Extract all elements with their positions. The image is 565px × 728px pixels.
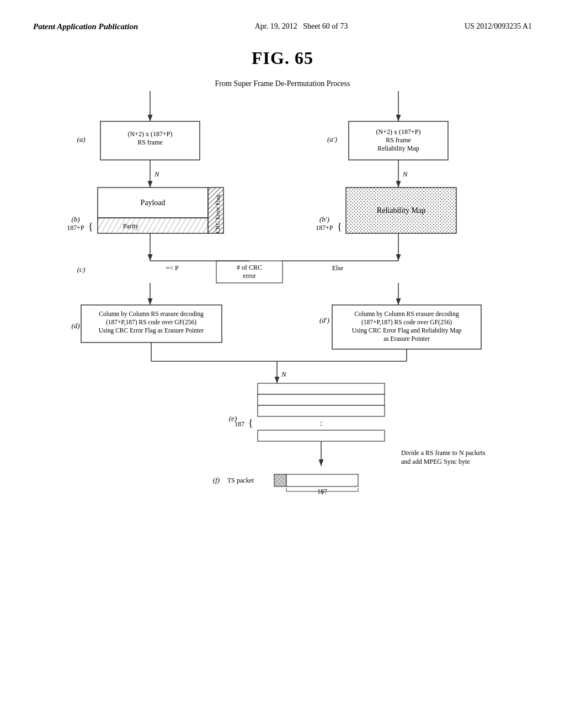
- svg-text:(d'): (d'): [319, 316, 329, 324]
- svg-text:N: N: [281, 370, 287, 378]
- publication-date: Apr. 19, 2012: [255, 22, 297, 30]
- svg-text:N: N: [402, 170, 408, 178]
- svg-text:error: error: [243, 272, 255, 280]
- svg-text:(a): (a): [77, 135, 85, 143]
- svg-text:RS frame: RS frame: [137, 138, 163, 146]
- svg-rect-70: [258, 405, 385, 416]
- svg-text:{: {: [88, 221, 93, 232]
- svg-text:Column by Column RS erasure de: Column by Column RS erasure decoding: [99, 311, 204, 318]
- svg-text:Else: Else: [332, 264, 344, 272]
- svg-rect-72: [258, 430, 385, 441]
- sheet-info: Sheet 60 of 73: [303, 22, 348, 30]
- svg-text:N: N: [154, 170, 160, 178]
- header: Patent Application Publication Apr. 19, …: [33, 22, 532, 31]
- svg-text:RS frame: RS frame: [386, 136, 411, 144]
- figure-title: FIG. 65: [33, 48, 532, 68]
- svg-text:(187+P,187) RS code over GF(25: (187+P,187) RS code over GF(256): [361, 319, 452, 326]
- svg-text:Payload: Payload: [140, 199, 165, 207]
- diagram-svg: (N+2) x (187+P) RS frame (a) (N+2) x (18…: [45, 91, 520, 598]
- svg-rect-78: [274, 474, 286, 486]
- svg-text:{: {: [337, 221, 342, 232]
- svg-text:Parity: Parity: [123, 222, 139, 230]
- svg-text:187+P: 187+P: [316, 224, 333, 232]
- svg-text:(d): (d): [71, 322, 79, 330]
- svg-text:187: 187: [234, 420, 244, 428]
- header-center: Apr. 19, 2012 Sheet 60 of 73: [255, 22, 348, 31]
- publication-title: Patent Application Publication: [33, 22, 138, 31]
- svg-text:as Erasure Pointer: as Erasure Pointer: [383, 335, 430, 342]
- svg-text:(187+P,187) RS code over GF(25: (187+P,187) RS code over GF(256): [106, 319, 196, 326]
- svg-text:(N+2) x (187+P): (N+2) x (187+P): [376, 128, 421, 136]
- header-right: US 2012/0093235 A1: [465, 22, 532, 31]
- svg-text:(N+2) x (187+P): (N+2) x (187+P): [128, 130, 173, 138]
- svg-text:(b'): (b'): [319, 215, 329, 223]
- svg-rect-69: [258, 394, 385, 405]
- svg-text:Reliability Map: Reliability Map: [377, 144, 419, 152]
- svg-text:Using CRC Error Flag and Relia: Using CRC Error Flag and Reliability Map: [352, 327, 462, 334]
- svg-text:Divide a RS frame to N packets: Divide a RS frame to N packets: [401, 449, 486, 457]
- svg-text:(c): (c): [77, 265, 85, 274]
- svg-text:(b): (b): [71, 215, 79, 223]
- svg-rect-28: [98, 218, 208, 233]
- svg-text:Using CRC Error Flag as Erasur: Using CRC Error Flag as Erasure Pointer: [99, 327, 204, 334]
- svg-text:Reliability Map: Reliability Map: [377, 206, 425, 215]
- svg-text:=< P: =< P: [166, 264, 179, 272]
- from-label: From Super Frame De-Permutation Process: [33, 79, 532, 88]
- svg-text:# of CRC: # of CRC: [237, 264, 262, 271]
- svg-text::: :: [320, 419, 322, 427]
- svg-text:(f): (f): [213, 476, 220, 484]
- svg-rect-68: [258, 383, 385, 394]
- patent-number: US 2012/0093235 A1: [465, 22, 532, 30]
- svg-rect-79: [286, 474, 358, 486]
- header-left: Patent Application Publication: [33, 22, 138, 31]
- svg-text:and add MPEG Sync byte: and add MPEG Sync byte: [401, 458, 470, 465]
- svg-text:(a'): (a'): [327, 135, 337, 143]
- svg-text:CRC Error Flag: CRC Error Flag: [214, 194, 221, 233]
- svg-text:Column by Column RS erasure de: Column by Column RS erasure decoding: [354, 311, 459, 318]
- svg-text:TS packet: TS packet: [227, 477, 254, 484]
- page: Patent Application Publication Apr. 19, …: [0, 0, 565, 728]
- svg-text:{: {: [248, 417, 253, 429]
- svg-text:187+P: 187+P: [67, 224, 84, 232]
